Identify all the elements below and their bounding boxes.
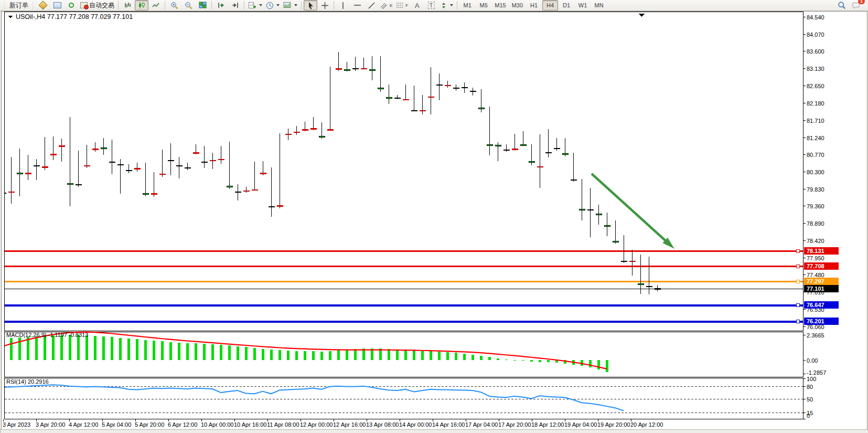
macd-panel[interactable] xyxy=(5,332,803,377)
price-tick-label: 79.830 xyxy=(807,186,824,193)
text-button[interactable]: A xyxy=(410,0,424,10)
price-badge-label: 77.297 xyxy=(807,278,824,284)
new-chart-button[interactable] xyxy=(247,0,264,10)
macd-histogram-bar xyxy=(211,344,214,360)
arrows-button[interactable] xyxy=(438,0,455,10)
candle-body xyxy=(579,209,585,210)
macd-histogram-bar xyxy=(119,338,122,360)
macd-histogram-bar xyxy=(195,343,197,360)
separator xyxy=(301,1,302,9)
time-tick-label: 6 Apr 12:00 xyxy=(168,421,197,428)
fibonacci-button[interactable]: F xyxy=(394,0,410,10)
macd-histogram-bar xyxy=(220,345,222,360)
timeframe-w1-button[interactable]: W1 xyxy=(575,0,591,10)
candle-body xyxy=(101,148,106,149)
main-panel[interactable] xyxy=(5,12,803,331)
candle-body xyxy=(369,70,375,71)
line-handle[interactable] xyxy=(796,280,799,283)
macd-histogram-bar xyxy=(169,342,172,360)
macd-histogram-bar xyxy=(413,350,415,360)
search-button[interactable] xyxy=(835,0,849,10)
timeframe-m5-button[interactable]: M5 xyxy=(476,0,491,10)
line-handle[interactable] xyxy=(796,265,799,268)
price-tick-label: 79.360 xyxy=(807,203,824,209)
horizontal-line-button[interactable] xyxy=(350,0,364,10)
timeframe-d1-button[interactable]: D1 xyxy=(559,0,574,10)
market-watch-button[interactable] xyxy=(50,0,64,10)
zoom-out-button[interactable] xyxy=(181,0,195,10)
tile-windows-button[interactable] xyxy=(196,0,209,10)
cursor-button[interactable] xyxy=(304,0,317,10)
new-order-button[interactable]: 新订单 xyxy=(8,0,30,10)
timeframe-m15-button[interactable]: M15 xyxy=(492,0,508,10)
macd-histogram-bar xyxy=(94,336,97,360)
time-tick-label: 3 Apr 20:00 xyxy=(36,421,65,428)
timeframe-h4-button[interactable]: H4 xyxy=(542,0,558,10)
timeframe-mn-button[interactable]: MN xyxy=(591,0,607,10)
periods-button[interactable] xyxy=(264,0,281,10)
candle-body xyxy=(285,134,291,135)
candle-body xyxy=(436,85,442,86)
bar-chart-button[interactable] xyxy=(121,0,134,10)
candle-body xyxy=(84,165,90,166)
time-tick-label: 18 Apr 12:00 xyxy=(531,421,564,428)
time-tick-label: 10 Apr 00:00 xyxy=(201,421,233,428)
notifications-button[interactable]: 1 xyxy=(849,0,863,10)
bar-chart-icon xyxy=(124,2,131,9)
candle-body xyxy=(185,167,190,168)
separator xyxy=(118,1,119,9)
candle-body xyxy=(495,145,501,146)
price-tick-label: 77.950 xyxy=(807,255,824,261)
macd-histogram-bar xyxy=(203,344,206,360)
price-chart[interactable]: 84.54084.07083.60083.13082.65082.18081.7… xyxy=(0,11,868,433)
timeframe-m1-button[interactable]: M1 xyxy=(459,0,475,10)
line-handle[interactable] xyxy=(796,250,799,253)
text-label-icon: T xyxy=(428,2,435,9)
time-tick-label: 12 Apr 16:00 xyxy=(333,421,366,428)
rsi-label: RSI(14) 20.2916 xyxy=(6,378,49,385)
signals-button[interactable] xyxy=(65,0,78,10)
separator xyxy=(211,1,212,9)
chevron-down-icon xyxy=(450,4,453,6)
macd-histogram-bar xyxy=(18,337,21,360)
text-label-button[interactable]: T xyxy=(424,0,438,10)
candle-body xyxy=(545,152,551,153)
timeframe-label: MN xyxy=(594,2,603,8)
line-chart-button[interactable] xyxy=(149,0,163,10)
toolbar-grip[interactable] xyxy=(4,2,6,9)
candle-body xyxy=(260,173,266,174)
quotes-button[interactable] xyxy=(36,0,50,10)
macd-histogram-bar xyxy=(77,335,80,360)
chart-window[interactable]: 84.54084.07083.60083.13082.65082.18081.7… xyxy=(0,11,868,433)
timeframe-h1-button[interactable]: H1 xyxy=(526,0,542,10)
line-handle[interactable] xyxy=(796,304,799,307)
crosshair-button[interactable] xyxy=(318,0,331,10)
equidistant-channel-button[interactable]: E xyxy=(379,0,394,10)
macd-histogram-bar xyxy=(320,352,323,360)
templates-button[interactable] xyxy=(282,0,299,10)
price-tick-label: 78.420 xyxy=(807,238,824,244)
candle-body xyxy=(361,68,367,69)
candle-body xyxy=(503,150,509,151)
line-handle[interactable] xyxy=(796,320,799,323)
candle-body xyxy=(218,159,224,160)
timeframe-label: W1 xyxy=(578,2,587,8)
chart-title-label: USOil-,H4 77.177 77.208 77.029 77.101 xyxy=(16,13,133,20)
zoom-in-button[interactable] xyxy=(167,0,181,10)
price-tick-label: 84.070 xyxy=(807,31,824,38)
time-tick-label: 3 Apr 2023 xyxy=(3,421,30,428)
toolbar-grip[interactable] xyxy=(32,2,34,9)
auto-trading-button[interactable]: 自动交易 xyxy=(79,0,116,10)
application-window: 新订单 自动交易 xyxy=(0,0,868,433)
candle-body xyxy=(143,194,148,195)
candle-body xyxy=(512,149,518,150)
timeframe-m30-button[interactable]: M30 xyxy=(509,0,526,10)
vertical-line-button[interactable] xyxy=(336,0,350,10)
candle-body xyxy=(378,88,383,89)
chart-shift-button[interactable] xyxy=(228,0,242,10)
clock-icon xyxy=(266,2,274,9)
auto-scroll-button[interactable] xyxy=(214,0,228,10)
macd-histogram-bar xyxy=(522,360,524,361)
candlestick-button[interactable] xyxy=(135,0,148,10)
trendline-button[interactable] xyxy=(365,0,378,10)
